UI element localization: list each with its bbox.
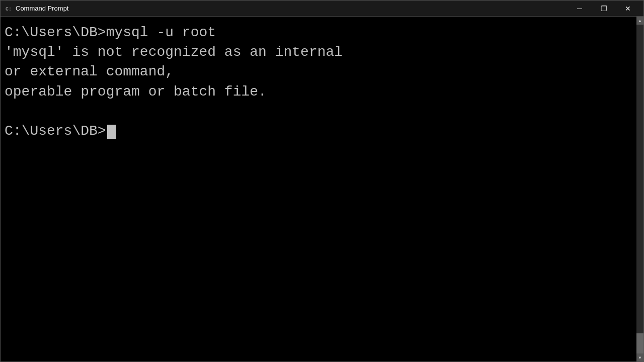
scrollbar-thumb[interactable] <box>636 333 643 353</box>
close-button[interactable]: ✕ <box>616 2 639 16</box>
window: C: Command Prompt ─ ❐ ✕ C:\Users\DB>mysq… <box>0 0 644 362</box>
scrollbar-track <box>636 25 643 353</box>
title-bar-left: C: Command Prompt <box>5 5 68 13</box>
window-title: Command Prompt <box>16 5 68 12</box>
terminal-body[interactable]: C:\Users\DB>mysql -u root 'mysql' is not… <box>1 17 643 361</box>
terminal-line-6: C:\Users\DB> <box>5 123 106 139</box>
title-bar: C: Command Prompt ─ ❐ ✕ <box>1 1 643 17</box>
title-bar-controls: ─ ❐ ✕ <box>568 2 639 16</box>
terminal-line-2: 'mysql' is not recognized as an internal <box>5 44 343 60</box>
scroll-down-arrow[interactable]: ▼ <box>636 353 643 361</box>
terminal-line-1: C:\Users\DB>mysql -u root <box>5 25 216 40</box>
svg-text:C:: C: <box>6 7 12 12</box>
scrollbar[interactable]: ▲ ▼ <box>636 17 643 361</box>
scroll-up-arrow[interactable]: ▲ <box>636 17 643 25</box>
restore-button[interactable]: ❐ <box>592 2 615 16</box>
terminal-line-3: or external command, <box>5 64 174 79</box>
cursor <box>107 125 116 139</box>
minimize-button[interactable]: ─ <box>568 2 591 16</box>
terminal-output: C:\Users\DB>mysql -u root 'mysql' is not… <box>5 23 639 141</box>
cmd-icon: C: <box>5 5 13 13</box>
terminal-line-4: operable program or batch file. <box>5 84 267 100</box>
